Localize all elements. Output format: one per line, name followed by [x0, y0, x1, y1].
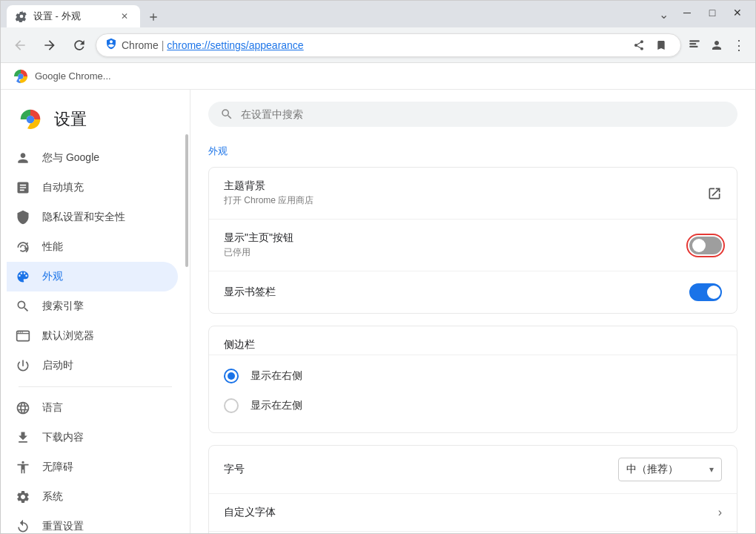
svg-point-8 — [21, 332, 23, 333]
search-engine-icon — [16, 299, 30, 314]
home-button-toggle-wrap[interactable] — [689, 237, 722, 254]
address-path: chrome://settings/appearance — [167, 39, 303, 51]
sidebar-item-system[interactable]: 系统 — [7, 482, 178, 512]
sidebar-item-label: 语言 — [42, 401, 63, 415]
font-size-text: 字号 — [224, 463, 618, 476]
sidebar-item-downloads[interactable]: 下载内容 — [7, 423, 178, 452]
radio-right-label: 显示在右侧 — [251, 369, 302, 383]
window-controls: ⌄ ─ □ ✕ — [653, 4, 749, 24]
radio-left-circle[interactable] — [224, 398, 239, 413]
home-button-toggle[interactable] — [689, 237, 722, 254]
maximize-button[interactable]: □ — [700, 4, 724, 22]
font-size-label: 字号 — [224, 463, 618, 476]
tab-close-button[interactable]: ✕ — [118, 10, 131, 23]
sidebar-item-languages[interactable]: 语言 — [7, 393, 178, 423]
sidebar-item-privacy[interactable]: 隐私设置和安全性 — [7, 202, 178, 232]
sidebar-item-label: 隐私设置和安全性 — [42, 211, 125, 224]
sidebar-item-google-account[interactable]: 您与 Google — [7, 143, 178, 173]
settings-card-font: 字号 中（推荐） ▾ 自定义字体 › — [208, 445, 737, 533]
settings-tab-icon — [16, 10, 27, 22]
bookmarks-bar-label: 显示书签栏 — [224, 286, 689, 299]
search-bar-wrap — [190, 90, 755, 139]
new-tab-button[interactable] — [143, 7, 164, 27]
bookmarks-bar-text: 显示书签栏 — [224, 286, 689, 299]
address-bar[interactable]: Chrome | chrome://settings/appearance — [96, 33, 681, 57]
back-button[interactable] — [7, 32, 33, 59]
active-tab[interactable]: 设置 - 外观 ✕ — [7, 5, 140, 27]
autofill-icon — [16, 180, 30, 195]
sidebar-item-label: 外观 — [42, 270, 63, 283]
sidebar-item-label: 您与 Google — [42, 151, 99, 165]
sidebar-item-autofill[interactable]: 自动填充 — [7, 173, 178, 202]
sidebar-item-accessibility[interactable]: 无障碍 — [7, 452, 178, 482]
sidebar: 设置 您与 Google 自动填充 — [1, 90, 190, 533]
titlebar: 设置 - 外观 ✕ ⌄ ─ □ ✕ — [1, 1, 755, 27]
home-button-row-text: 显示"主页"按钮 已停用 — [224, 231, 689, 259]
search-input[interactable] — [241, 108, 726, 120]
forward-button[interactable] — [36, 32, 63, 59]
svg-rect-1 — [689, 43, 696, 44]
custom-font-text: 自定义字体 — [224, 506, 718, 519]
sidebar-scrollbar-track — [184, 90, 190, 533]
custom-font-row[interactable]: 自定义字体 › — [209, 494, 737, 532]
address-protocol: Chrome — [122, 39, 159, 51]
tab-title: 设置 - 外观 — [33, 10, 81, 23]
sidebar-item-reset[interactable]: 重置设置 — [7, 512, 178, 533]
sidebar-item-label: 系统 — [42, 490, 63, 504]
address-security-icon — [105, 38, 117, 52]
svg-point-7 — [20, 332, 21, 333]
globe-icon — [16, 400, 30, 415]
settings-content: 外观 主题背景 打开 Chrome 应用商店 — [190, 90, 755, 533]
tab-search-button[interactable] — [684, 35, 705, 56]
download-icon — [16, 430, 30, 445]
theme-label: 主题背景 — [224, 179, 707, 193]
theme-desc: 打开 Chrome 应用商店 — [224, 194, 707, 207]
radio-right[interactable]: 显示在右侧 — [224, 361, 722, 391]
settings-page-title: 设置 — [54, 108, 87, 131]
address-actions — [629, 35, 672, 56]
sidebar-radio-group: 显示在右侧 显示在左侧 — [209, 355, 737, 432]
home-button-label: 显示"主页"按钮 — [224, 231, 689, 245]
search-icon — [220, 108, 233, 121]
minimize-button[interactable]: ─ — [675, 4, 699, 22]
reload-button[interactable] — [66, 32, 93, 59]
theme-action[interactable] — [707, 186, 722, 201]
font-size-select[interactable]: 中（推荐） ▾ — [618, 458, 722, 481]
menu-button[interactable]: ⋮ — [729, 35, 749, 56]
bookmarks-bar-toggle[interactable] — [689, 283, 722, 301]
external-link-icon[interactable] — [707, 186, 722, 201]
toggle-thumb — [707, 286, 720, 299]
font-size-action[interactable]: 中（推荐） ▾ — [618, 458, 722, 481]
close-button[interactable]: ✕ — [726, 4, 749, 22]
search-bar[interactable] — [208, 102, 737, 127]
navbar-right: ⋮ — [684, 35, 749, 56]
reset-icon — [16, 519, 30, 533]
settings-logo-icon — [19, 108, 42, 131]
navbar: Chrome | chrome://settings/appearance ⋮ — [1, 27, 755, 63]
toggle-thumb — [692, 239, 706, 252]
sidebar-item-performance[interactable]: 性能 — [7, 232, 178, 262]
sidebar-item-label: 搜索引擎 — [42, 300, 84, 313]
default-browser-icon — [16, 329, 30, 343]
bookmarks-bar-row: 显示书签栏 — [209, 271, 737, 313]
sidebar-nav: 您与 Google 自动填充 隐私设置和安全性 — [1, 143, 190, 533]
profile-button[interactable] — [706, 35, 727, 56]
sidebar-header: 设置 — [1, 90, 190, 143]
bookmarks-bar-action[interactable] — [689, 283, 722, 301]
sidebar-item-search-engine[interactable]: 搜索引擎 — [7, 291, 178, 321]
appbar: Google Chrome... — [1, 63, 755, 90]
share-button[interactable] — [629, 35, 649, 56]
custom-font-action[interactable]: › — [718, 506, 722, 519]
titlebar-dropdown-button[interactable]: ⌄ — [653, 4, 674, 24]
sidebar-item-default-browser[interactable]: 默认浏览器 — [7, 321, 178, 351]
radio-left[interactable]: 显示在左侧 — [224, 391, 722, 421]
sidebar-item-startup[interactable]: 启动时 — [7, 351, 178, 380]
zoom-row: 网页缩放 100% ▾ — [209, 532, 737, 533]
sidebar-scrollbar-thumb[interactable] — [185, 134, 188, 267]
radio-right-circle[interactable] — [224, 369, 239, 383]
section-title: 外观 — [190, 139, 755, 167]
bookmark-button[interactable] — [651, 35, 672, 56]
sidebar-item-appearance[interactable]: 外观 — [7, 262, 178, 291]
main-content: 设置 您与 Google 自动填充 — [1, 90, 755, 533]
svg-point-6 — [18, 332, 19, 333]
